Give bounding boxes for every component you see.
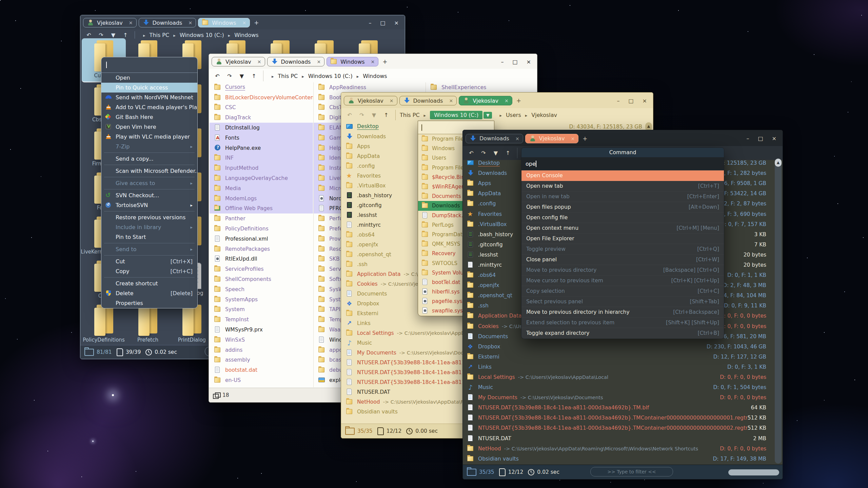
file-row[interactable]: Cursors xyxy=(210,82,313,93)
file-row[interactable]: Speech xyxy=(210,284,313,294)
tab-close-icon[interactable]: × xyxy=(129,20,133,25)
file-row[interactable]: DiagTrack xyxy=(210,113,313,123)
file-row[interactable]: PolicyDefinitions xyxy=(210,224,313,234)
command-item[interactable]: Open in new tab [Ctrl+Enter] xyxy=(521,191,724,202)
file-row[interactable]: addins xyxy=(210,345,313,355)
file-row[interactable]: InputMethod xyxy=(210,163,313,173)
up-button[interactable]: ↑ xyxy=(120,32,131,38)
forward-button[interactable]: ↷ xyxy=(96,32,106,38)
file-row[interactable]: DtcInstall.log xyxy=(210,123,313,133)
file-row[interactable]: INF xyxy=(210,153,313,163)
file-row[interactable]: Music D: 0, F: 1, 504 bytes xyxy=(463,382,782,392)
context-menu-item[interactable]: SVN Checkout... xyxy=(101,190,197,200)
horizontal-scrollbar-thumb[interactable] xyxy=(728,469,779,475)
file-row[interactable]: RemotePackages xyxy=(210,244,313,254)
context-menu-item[interactable]: Pin to Start xyxy=(101,232,197,242)
back-button[interactable]: ↶ xyxy=(84,32,94,38)
command-item[interactable]: Toggle preview [Ctrl+Q] xyxy=(521,244,724,255)
breadcrumb-item[interactable]: ▸This PC xyxy=(268,73,298,79)
back-button[interactable]: ↶ xyxy=(212,73,222,79)
file-row[interactable]: Fonts xyxy=(210,133,313,143)
back-button[interactable]: ↶ xyxy=(466,150,476,156)
context-menu-item[interactable]: Open Vim here xyxy=(101,122,197,132)
tab[interactable]: Downloads × xyxy=(466,134,523,143)
tab-close-icon[interactable]: × xyxy=(505,98,509,103)
file-row[interactable]: ServiceProfiles xyxy=(210,264,313,274)
tab[interactable]: Downloads × xyxy=(399,96,457,105)
breadcrumb-item[interactable]: ▸This PC xyxy=(139,32,169,38)
command-item[interactable]: Open context menu [Ctrl+M] [Menu] xyxy=(521,223,724,233)
context-menu-item[interactable]: Delete [Delete] xyxy=(101,288,197,298)
context-menu-item[interactable]: 7-Zip ▸ xyxy=(101,142,197,151)
file-row[interactable]: WMSysPr9.prx xyxy=(210,325,313,335)
context-menu-item[interactable]: Cut [Ctrl+X] xyxy=(101,257,197,266)
context-menu-item[interactable]: Restore previous versions xyxy=(101,212,197,222)
up-button[interactable]: ↑ xyxy=(381,112,391,118)
file-row[interactable]: assembly xyxy=(210,355,313,365)
command-item[interactable]: Open config file xyxy=(521,212,724,223)
file-row[interactable]: Eksterni D: 12, F: 127, 12 GB xyxy=(463,352,782,362)
file-row[interactable]: BitLockerDiscoveryVolumeContents xyxy=(210,93,313,103)
context-menu-item[interactable] xyxy=(101,151,197,154)
close-button[interactable]: × xyxy=(394,20,399,26)
file-row[interactable]: NetHood-> C:\Users\Vjekoslav\AppData\Roa… xyxy=(463,444,782,454)
tab[interactable]: Windows × xyxy=(327,57,378,66)
context-menu-item[interactable]: Send a copy... xyxy=(101,154,197,164)
forward-button[interactable]: ↷ xyxy=(478,150,489,156)
up-button[interactable]: ↑ xyxy=(249,73,259,79)
context-menu-item[interactable]: Copy [Ctrl+C] xyxy=(101,266,197,276)
file-row[interactable]: LanguageOverlayCache xyxy=(210,173,313,183)
tab[interactable]: Vjekoslav × xyxy=(459,96,512,105)
breadcrumb-item[interactable]: ▸Users xyxy=(495,112,521,118)
command-item[interactable]: Toggle expand directory [Ctrl+B] xyxy=(521,328,724,339)
context-menu-item[interactable] xyxy=(101,210,197,212)
context-menu-item[interactable]: Give access to ▸ xyxy=(101,178,197,188)
forward-button[interactable]: ↷ xyxy=(224,73,235,79)
breadcrumb-item[interactable]: ▸Windows xyxy=(224,32,259,38)
up-button[interactable]: ↑ xyxy=(503,150,513,156)
tab[interactable]: Vjekoslav × xyxy=(212,57,265,66)
tab[interactable]: Windows × xyxy=(198,18,250,27)
scroll-up-button[interactable]: ▲ xyxy=(775,159,782,167)
minimize-button[interactable]: – xyxy=(617,98,619,104)
file-row[interactable]: My Documents-> C:\Users\Vjekoslav\Docume… xyxy=(463,392,782,403)
file-row[interactable]: en-US xyxy=(210,375,313,385)
tab[interactable]: Vjekoslav × xyxy=(344,96,397,105)
file-row[interactable]: Dropbox D: 230, F: 1043, 46 GB xyxy=(463,342,782,352)
tab-close-icon[interactable]: × xyxy=(390,98,394,103)
history-dropdown-button[interactable]: ▼ xyxy=(108,32,118,38)
command-item[interactable]: Copy selection [Ctrl+C] xyxy=(521,286,724,297)
context-menu-item[interactable]: Pin to Quick access xyxy=(101,83,197,93)
tab-close-icon[interactable]: × xyxy=(571,136,575,141)
file-row[interactable]: Offline Web Pages xyxy=(210,204,313,214)
context-menu-filter-input[interactable] xyxy=(101,57,197,73)
history-dropdown-button[interactable]: ▼ xyxy=(369,112,379,118)
command-item[interactable]: Open Console xyxy=(521,170,724,181)
tab[interactable]: Downloads × xyxy=(267,57,325,66)
context-menu-item[interactable]: Properties xyxy=(101,298,197,308)
context-menu-item[interactable]: Scan with Microsoft Defender... xyxy=(101,166,197,176)
file-row[interactable]: NTUSER.DAT{53b39e88-18c4-11ea-a811-000d3… xyxy=(463,413,782,423)
back-button[interactable]: ↶ xyxy=(344,112,355,118)
forward-button[interactable]: ↷ xyxy=(357,112,367,118)
context-menu-item[interactable] xyxy=(101,254,197,257)
context-menu-item[interactable]: TortoiseSVN ▸ xyxy=(101,200,197,210)
file-row[interactable]: Panther xyxy=(210,214,313,224)
context-menu-item[interactable] xyxy=(101,176,197,178)
file-row[interactable]: Media xyxy=(210,183,313,194)
new-tab-button[interactable]: + xyxy=(516,97,521,104)
context-menu-item[interactable]: Add to VLC media player's Playlist xyxy=(101,102,197,112)
minimize-button[interactable]: – xyxy=(501,59,504,65)
tab-close-icon[interactable]: × xyxy=(242,20,246,25)
minimize-button[interactable]: – xyxy=(369,20,371,26)
scroll-up-button[interactable]: ▲ xyxy=(645,122,652,130)
file-row[interactable]: NTUSER.DAT{53b39e88-18c4-11ea-a811-000d3… xyxy=(463,423,782,433)
command-palette-input[interactable]: ope xyxy=(521,157,724,170)
command-item[interactable]: Move to previous directory [Backspace] [… xyxy=(521,265,724,276)
command-item[interactable]: Open files popup [Alt+Down] xyxy=(521,202,724,212)
breadcrumb-item-selected[interactable]: Windows 10 (C:) xyxy=(430,111,482,119)
tab-close-icon[interactable]: × xyxy=(371,59,375,64)
context-menu-item[interactable]: Send to ▸ xyxy=(101,244,197,254)
file-row[interactable]: Professional.xml xyxy=(210,234,313,244)
file-row[interactable]: Local Settings-> C:\Users\Vjekoslav\AppD… xyxy=(463,372,782,382)
